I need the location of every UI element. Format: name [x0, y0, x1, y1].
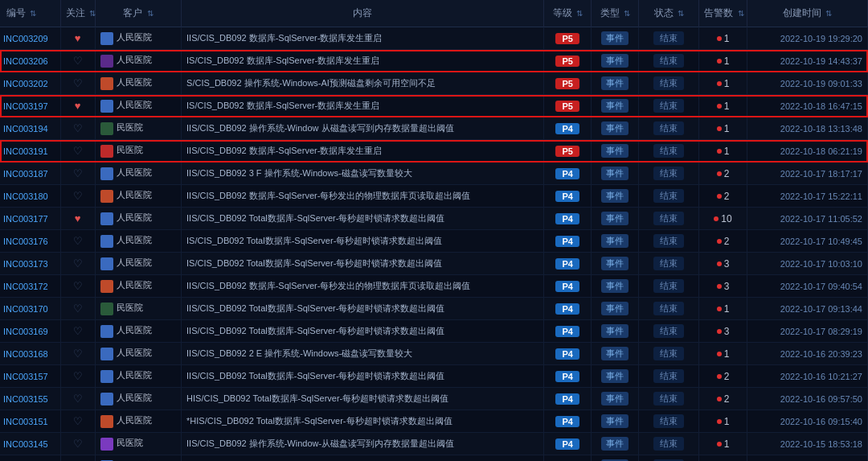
type-badge: 事件 — [601, 347, 628, 360]
incident-id[interactable]: INC003172 — [0, 275, 60, 298]
avatar — [100, 145, 113, 158]
incident-id[interactable]: INC003177 — [0, 208, 60, 230]
alert-count: 2 — [699, 388, 747, 410]
heart-filled-icon: ♥ — [75, 32, 81, 44]
follow-button[interactable]: ♥ — [60, 95, 95, 117]
follow-button[interactable]: ♡ — [60, 163, 95, 185]
level-badge: P5 — [555, 33, 579, 44]
table-row[interactable]: INC003197♥人民医院IS/CIS_DB092 数据库-SqlServer… — [0, 95, 868, 117]
table-row[interactable]: INC003187♡人民医院IIS/CIS_DB092 3 F 操作系统-Win… — [0, 163, 868, 185]
heart-empty-icon: ♡ — [73, 235, 83, 247]
table-row[interactable]: INC003176♡人民医院IS/CIS_DB092 Total数据库-SqlS… — [0, 230, 868, 253]
alert-number: 1 — [724, 78, 730, 89]
incident-level: P5 — [544, 140, 592, 163]
table-row[interactable]: INC003169♡人民医院IIS/CIS_DB092 Total数据库-Sql… — [0, 320, 868, 343]
heart-empty-icon: ♡ — [73, 438, 83, 450]
incident-id[interactable]: INC003197 — [0, 95, 60, 117]
follow-button[interactable]: ♡ — [60, 72, 95, 95]
follow-button[interactable]: ♡ — [60, 343, 95, 365]
incident-content: IIS/CIS_DB092 数据库-SqlServer-每秒发出的物理数据库页读… — [182, 275, 544, 298]
level-badge: P4 — [555, 258, 579, 270]
follow-button[interactable]: ♡ — [60, 185, 95, 208]
incident-id[interactable]: INC003209 — [0, 27, 60, 50]
follow-button[interactable]: ♥ — [60, 27, 95, 50]
col-header-customer[interactable]: 客户 ⇅ — [95, 0, 181, 27]
table-row[interactable]: INC003206♡人民医院IS/CIS_DB092 数据库-SqlServer… — [0, 50, 868, 72]
type-badge: 事件 — [601, 31, 628, 45]
customer-name: 人民医院 — [95, 388, 181, 410]
table-row[interactable]: INC003157♡人民医院IIS/CIS_DB092 Total数据库-Sql… — [0, 365, 868, 388]
follow-button[interactable]: ♡ — [60, 298, 95, 320]
follow-button[interactable]: ♡ — [60, 320, 95, 343]
avatar — [100, 280, 113, 293]
table-row[interactable]: INC003209♥人民医院IIS/CIS_DB092 数据库-SqlServe… — [0, 27, 868, 50]
customer-name: 人民医院 — [95, 253, 181, 275]
follow-button[interactable]: ♡ — [60, 230, 95, 253]
follow-button[interactable]: ♡ — [60, 275, 95, 298]
incident-id[interactable]: INC003173 — [0, 253, 60, 275]
col-header-follow[interactable]: 关注 ⇅ — [60, 0, 95, 27]
heart-empty-icon: ♡ — [73, 77, 83, 89]
incident-level: P4 — [544, 388, 592, 410]
table-row[interactable]: INC003177♥人民医院IIS/CIS_DB092 Total数据库-Sql… — [0, 208, 868, 230]
table-row[interactable]: INC003194♡民医院IIS/CIS_DB092 操作系统-Window 从… — [0, 117, 868, 140]
incident-id[interactable]: INC003180 — [0, 185, 60, 208]
incident-id[interactable]: INC003191 — [0, 140, 60, 163]
incident-id[interactable]: INC003170 — [0, 298, 60, 320]
incident-id[interactable]: INC003157 — [0, 365, 60, 388]
table-row[interactable]: INC003172♡人民医院IIS/CIS_DB092 数据库-SqlServe… — [0, 275, 868, 298]
incident-id[interactable]: INC003155 — [0, 388, 60, 410]
follow-button[interactable]: ♡ — [60, 455, 95, 462]
table-row[interactable]: INC003173♡人民医院IS/CIS_DB092 Total数据库-SqlS… — [0, 253, 868, 275]
col-header-time[interactable]: 创建时间 ⇅ — [747, 0, 867, 27]
follow-button[interactable]: ♡ — [60, 140, 95, 163]
alert-count: 1 — [699, 72, 747, 95]
incident-id[interactable]: INC003194 — [0, 117, 60, 140]
table-row[interactable]: INC003144♡人民医院IS/CIS_DB092 2 E 操作系统-Wind… — [0, 455, 868, 462]
level-badge: P4 — [555, 348, 579, 360]
type-badge: 事件 — [601, 414, 628, 428]
incident-id[interactable]: INC003144 — [0, 455, 60, 462]
incident-type: 事件 — [592, 455, 639, 462]
follow-button[interactable]: ♡ — [60, 433, 95, 455]
follow-button[interactable]: ♡ — [60, 117, 95, 140]
follow-button[interactable]: ♡ — [60, 388, 95, 410]
incident-level: P4 — [544, 433, 592, 455]
col-header-alert[interactable]: 告警数 ⇅ — [699, 0, 747, 27]
incident-type: 事件 — [592, 410, 639, 433]
incident-id[interactable]: INC003176 — [0, 230, 60, 253]
incident-level: P4 — [544, 455, 592, 462]
follow-button[interactable]: ♡ — [60, 410, 95, 433]
table-row[interactable]: INC003202♡人民医院S/CIS_DB092 操作系统-Windows-A… — [0, 72, 868, 95]
level-badge: P5 — [555, 101, 579, 112]
follow-button[interactable]: ♡ — [60, 365, 95, 388]
incident-time: 2022-10-19 19:29:20 — [747, 27, 867, 50]
incident-id[interactable]: INC003151 — [0, 410, 60, 433]
incident-id[interactable]: INC003169 — [0, 320, 60, 343]
sort-icon-status: ⇅ — [678, 9, 684, 18]
table-row[interactable]: INC003170♡民医院IIS/CIS_DB092 Total数据库-SqlS… — [0, 298, 868, 320]
table-row[interactable]: INC003145♡民医院IIS/CIS_DB092 操作系统-Window-从… — [0, 433, 868, 455]
follow-button[interactable]: ♡ — [60, 253, 95, 275]
incident-id[interactable]: INC003168 — [0, 343, 60, 365]
incident-type: 事件 — [592, 253, 639, 275]
incident-level: P4 — [544, 253, 592, 275]
follow-button[interactable]: ♥ — [60, 208, 95, 230]
incident-type: 事件 — [592, 50, 639, 72]
table-row[interactable]: INC003168♡人民医院IIS/CIS_DB092 2 E 操作系统-Win… — [0, 343, 868, 365]
incident-id[interactable]: INC003202 — [0, 72, 60, 95]
col-header-type[interactable]: 类型 ⇅ — [592, 0, 639, 27]
col-header-status[interactable]: 状态 ⇅ — [639, 0, 699, 27]
table-row[interactable]: INC003191♡民医院IIS/CIS_DB092 数据库-SqlServer… — [0, 140, 868, 163]
incident-status: 结束 — [639, 117, 699, 140]
incident-id[interactable]: INC003187 — [0, 163, 60, 185]
incident-id[interactable]: INC003145 — [0, 433, 60, 455]
follow-button[interactable]: ♡ — [60, 50, 95, 72]
incident-id[interactable]: INC003206 — [0, 50, 60, 72]
table-row[interactable]: INC003155♡人民医院HIS/CIS_DB092 Total数据库-Sql… — [0, 388, 868, 410]
incident-level: P5 — [544, 50, 592, 72]
col-header-id[interactable]: 编号 ⇅ — [0, 0, 60, 27]
col-header-level[interactable]: 等级 ⇅ — [544, 0, 592, 27]
table-row[interactable]: INC003180♡人民医院IIS/CIS_DB092 数据库-SqlServe… — [0, 185, 868, 208]
table-row[interactable]: INC003151♡人民医院*HIS/CIS_DB092 Total数据库-Sq… — [0, 410, 868, 433]
